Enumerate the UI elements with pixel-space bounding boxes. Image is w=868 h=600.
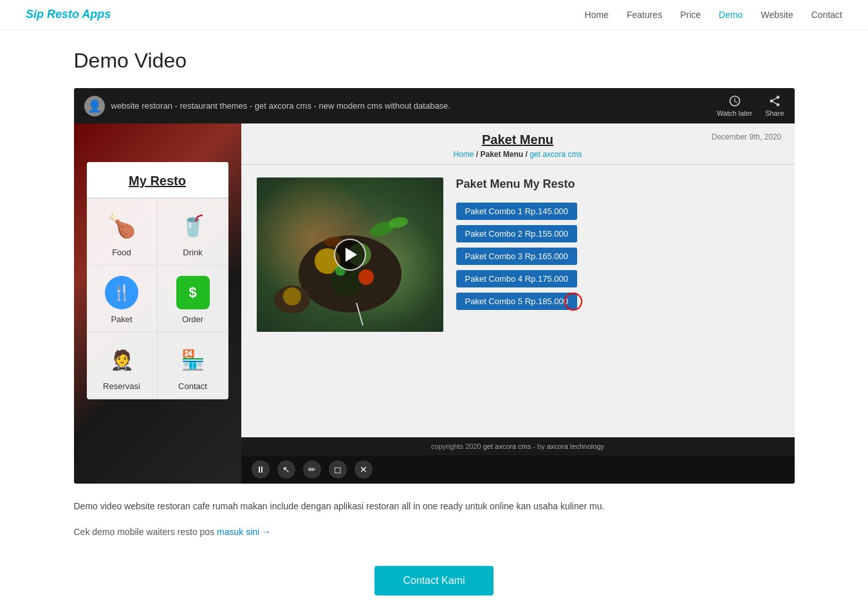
breadcrumb: Home / Paket Menu / get axcora cms <box>257 150 779 159</box>
desc-text2: Cek demo mobile waiters resto pos masuk … <box>74 525 795 540</box>
share-button[interactable]: Share <box>765 95 784 117</box>
demo-text: Cek demo mobile waiters resto pos <box>74 527 217 537</box>
video-player[interactable]: 👤 website restoran - restaurant themes -… <box>74 88 795 484</box>
content-title: Paket Menu <box>257 132 779 147</box>
video-thumbnail[interactable] <box>257 177 443 332</box>
menu-paket[interactable]: 🍴 Paket <box>87 266 158 332</box>
menu-food[interactable]: 🍗 Food <box>87 199 158 266</box>
breadcrumb-home[interactable]: Home <box>453 150 474 159</box>
video-main: Paket Menu Home / Paket Menu / get axcor… <box>241 123 795 484</box>
contact-button[interactable]: Contact Kami <box>374 566 493 595</box>
nav-demo[interactable]: Demo <box>719 10 743 20</box>
watch-later-label: Watch later <box>717 109 752 117</box>
play-button-overlay[interactable] <box>257 177 443 332</box>
nav-links: Home Features Price Demo Website Contact <box>585 10 842 20</box>
video-date: December 9th, 2020 <box>712 132 782 141</box>
contact-section: Contact Kami <box>74 566 795 595</box>
menu-drink[interactable]: 🥤 Drink <box>158 199 228 266</box>
paket-item-2[interactable]: Paket Combo 2 Rp.155.000 <box>456 225 577 242</box>
menu-order[interactable]: $ Order <box>158 266 228 332</box>
order-icon: $ <box>176 276 210 309</box>
play-button[interactable] <box>334 239 366 271</box>
description-section: Demo video website restoran cafe rumah m… <box>74 499 795 540</box>
footer-link-1[interactable]: get axcora cms <box>483 442 531 450</box>
nav-features[interactable]: Features <box>627 10 662 20</box>
section-title: Paket Menu My Resto <box>456 177 577 191</box>
paket-item-5-label: Paket Combo 5 Rp.185.000 <box>465 296 568 306</box>
cursor-button[interactable]: ↖ <box>277 460 295 478</box>
page-title: Demo Video <box>74 49 795 73</box>
contact-label: Contact <box>178 381 207 391</box>
breadcrumb-link[interactable]: get axcora cms <box>530 150 582 159</box>
share-label: Share <box>765 109 784 117</box>
video-controls: ⏸ ↖ ✏ ◻ ✕ <box>241 455 795 484</box>
footer-copy: copyrights 2020 <box>431 442 483 450</box>
site-logo[interactable]: Sip Resto Apps <box>26 8 111 21</box>
channel-avatar: 👤 <box>84 96 105 116</box>
paket-list-panel: Paket Menu My Resto Paket Combo 1 Rp.145… <box>456 177 577 424</box>
footer-sep: - by <box>533 442 546 450</box>
food-icon: 🍗 <box>105 209 138 242</box>
order-label: Order <box>182 314 203 324</box>
paket-label: Paket <box>111 314 132 324</box>
app-mockup: My Resto 🍗 Food 🥤 Drink <box>74 123 241 484</box>
video-title-text: website restoran - restaurant themes - g… <box>111 101 450 111</box>
video-content-header: Paket Menu Home / Paket Menu / get axcor… <box>241 123 795 165</box>
eraser-button[interactable]: ◻ <box>329 460 347 478</box>
demo-link[interactable]: masuk sini → <box>217 527 271 537</box>
menu-contact[interactable]: 🏪 Contact <box>158 332 228 399</box>
menu-reservasi[interactable]: 🤵 Reservasi <box>87 332 158 399</box>
main-content: Demo Video 👤 website restoran - restaura… <box>48 30 820 600</box>
contact-icon: 🏪 <box>176 343 210 376</box>
video-topbar-right: Watch later Share <box>717 95 784 117</box>
video-footer: copyrights 2020 get axcora cms - by axco… <box>241 437 795 455</box>
pause-button[interactable]: ⏸ <box>252 460 270 478</box>
close-ctrl-button[interactable]: ✕ <box>355 460 373 478</box>
video-topbar-left: 👤 website restoran - restaurant themes -… <box>84 96 450 116</box>
paket-item-3[interactable]: Paket Combo 3 Rp.165.000 <box>456 248 577 265</box>
app-header: My Resto <box>87 162 228 198</box>
cursor-indicator <box>564 293 582 311</box>
video-content-area: Paket Menu Home / Paket Menu / get axcor… <box>241 123 795 437</box>
video-topbar: 👤 website restoran - restaurant themes -… <box>74 88 795 123</box>
paket-item-4[interactable]: Paket Combo 4 Rp.175.000 <box>456 270 577 287</box>
pen-button[interactable]: ✏ <box>303 460 321 478</box>
paket-item-5[interactable]: Paket Combo 5 Rp.185.000 <box>456 293 577 310</box>
watch-later-button[interactable]: Watch later <box>717 95 752 117</box>
app-panel: My Resto 🍗 Food 🥤 Drink <box>87 162 228 399</box>
nav-price[interactable]: Price <box>680 10 701 20</box>
drink-icon: 🥤 <box>176 209 210 242</box>
video-content-body: Paket Menu My Resto Paket Combo 1 Rp.145… <box>241 165 795 437</box>
footer-link-2[interactable]: axcora technology <box>547 442 604 450</box>
paket-item-1[interactable]: Paket Combo 1 Rp.145.000 <box>456 203 577 220</box>
desc-text: Demo video website restoran cafe rumah m… <box>74 499 795 514</box>
drink-label: Drink <box>183 248 202 257</box>
reservasi-icon: 🤵 <box>105 343 138 376</box>
video-body: My Resto 🍗 Food 🥤 Drink <box>74 123 795 484</box>
nav-home[interactable]: Home <box>585 10 609 20</box>
reservasi-label: Reservasi <box>103 381 140 391</box>
food-label: Food <box>112 248 131 257</box>
navbar: Sip Resto Apps Home Features Price Demo … <box>0 0 868 30</box>
paket-icon: 🍴 <box>105 276 138 309</box>
paket-list: Paket Combo 1 Rp.145.000 Paket Combo 2 R… <box>456 203 577 310</box>
nav-contact[interactable]: Contact <box>811 10 842 20</box>
avatar-icon: 👤 <box>88 99 102 113</box>
breadcrumb-current: Paket Menu <box>480 150 523 159</box>
nav-website[interactable]: Website <box>761 10 793 20</box>
app-header-title: My Resto <box>93 174 222 188</box>
app-grid: 🍗 Food 🥤 Drink 🍴 Paket <box>87 198 228 399</box>
